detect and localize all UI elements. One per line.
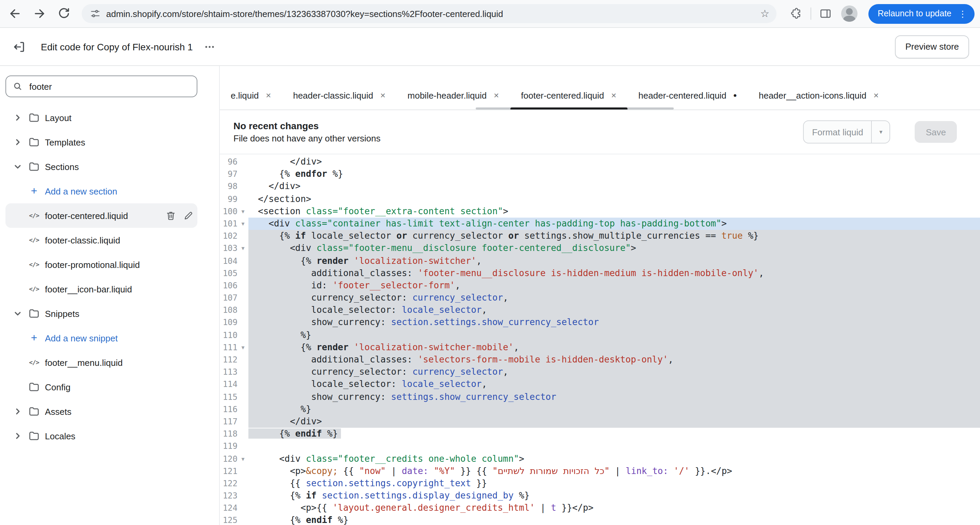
action-add-a-new-section[interactable]: +Add a new section [5,179,197,203]
code-line[interactable]: 102 {% if locale_selector or currency_se… [220,230,980,242]
code-line[interactable]: 107 currency_selector: currency_selector… [220,292,980,304]
code-line[interactable]: 118 {% endif %} [220,428,980,440]
line-number[interactable]: 121 [220,465,237,477]
side-panel-icon[interactable] [819,8,831,20]
fold-icon[interactable]: ▾ [237,243,248,255]
line-number[interactable]: 112 [220,354,237,366]
delete-file-icon[interactable] [166,211,176,220]
folder-config[interactable]: Config [5,375,197,399]
folder-locales[interactable]: Locales [5,423,197,448]
tab-e-liquid[interactable]: e.liquid✕ [220,81,282,109]
code-line[interactable]: 98 </div> [220,181,980,193]
chevron-right-icon[interactable] [14,432,23,440]
browser-forward-button[interactable] [33,7,46,21]
folder-templates[interactable]: Templates [5,130,197,154]
line-number[interactable]: 111 [220,341,237,354]
file-search-input[interactable] [28,81,191,92]
code-editor[interactable]: 96 </div>97 {% endfor %}98 </div>99</sec… [220,154,980,525]
code-line[interactable]: 116 %} [220,403,980,416]
browser-reload-button[interactable] [57,7,71,21]
line-number[interactable]: 119 [220,440,237,452]
close-tab-icon[interactable]: ✕ [611,92,617,99]
code-line[interactable]: 99</section> [220,193,980,205]
code-line[interactable]: 109 show_currency: section.settings.show… [220,317,980,329]
relaunch-button[interactable]: Relaunch to update ⋮ [868,4,975,24]
chevron-right-icon[interactable] [14,138,23,146]
close-tab-icon[interactable]: ✕ [380,92,386,99]
line-number[interactable]: 113 [220,366,237,378]
browser-avatar[interactable] [841,5,857,22]
close-tab-icon[interactable]: ✕ [873,92,879,99]
line-number[interactable]: 118 [220,428,237,440]
action-add-a-new-snippet[interactable]: +Add a new snippet [5,326,197,350]
chevron-right-icon[interactable] [14,408,23,416]
line-number[interactable]: 122 [220,477,237,490]
line-number[interactable]: 120 [220,452,237,465]
code-line[interactable]: 104 {% render 'localization-switcher', [220,255,980,267]
line-number[interactable]: 107 [220,292,237,304]
line-number[interactable]: 123 [220,490,237,502]
code-line[interactable]: 123 {% if section.settings.display_desig… [220,490,980,502]
code-line[interactable]: 124 <p>{{ 'layout.general.designer_credi… [220,502,980,514]
code-line[interactable]: 101▾ <div class="container has-limit tex… [220,217,980,230]
line-number[interactable]: 116 [220,403,237,416]
line-number[interactable]: 124 [220,502,237,514]
line-number[interactable]: 97 [220,168,237,180]
code-line[interactable]: 125 {% endif %} [220,514,980,525]
code-line[interactable]: 117 </div> [220,416,980,428]
file-footer-classic-liquid[interactable]: </>footer-classic.liquid [5,228,197,252]
chevron-down-icon[interactable]: ▾ [872,128,890,135]
line-number[interactable]: 96 [220,156,237,168]
code-line[interactable]: 108 locale_selector: locale_selector, [220,305,980,317]
line-number[interactable]: 104 [220,255,237,267]
line-number[interactable]: 125 [220,514,237,525]
fold-icon[interactable]: ▾ [237,341,248,354]
tab-footer-centered-liquid[interactable]: footer-centered.liquid✕ [510,81,627,109]
folder-snippets[interactable]: Snippets [5,301,197,326]
more-options-button[interactable] [204,40,216,53]
folder-sections[interactable]: Sections [5,154,197,179]
fold-icon[interactable]: ▾ [237,452,248,465]
code-line[interactable]: 112 additional_classes: 'selectors-form-… [220,354,980,366]
save-button[interactable]: Save [915,121,957,143]
bookmark-star-icon[interactable]: ☆ [753,8,769,20]
code-line[interactable]: 105 additional_classes: 'footer-menu__di… [220,267,980,279]
file-search-box[interactable] [5,76,197,97]
line-number[interactable]: 103 [220,243,237,255]
exit-editor-button[interactable] [12,40,26,53]
folder-assets[interactable]: Assets [5,399,197,423]
omnibox[interactable]: admin.shopify.com/store/shtaim-store/the… [82,4,776,23]
line-number[interactable]: 110 [220,329,237,341]
file-footer-menu-liquid[interactable]: </>footer__menu.liquid [5,350,197,375]
code-line[interactable]: 106 id: 'footer__selector-form', [220,279,980,292]
code-line[interactable]: 97 {% endfor %} [220,168,980,180]
format-liquid-button[interactable]: Format liquid ▾ [803,121,890,143]
rename-file-icon[interactable] [184,211,193,220]
line-number[interactable]: 109 [220,317,237,329]
line-number[interactable]: 108 [220,305,237,317]
code-line[interactable]: 96 </div> [220,156,980,168]
code-line[interactable]: 115 show_currency: settings.show_currenc… [220,391,980,403]
chevron-down-icon[interactable] [14,309,23,317]
browser-menu-icon[interactable]: ⋮ [958,8,967,19]
extensions-icon[interactable] [790,8,802,20]
code-line[interactable]: 103▾ <div class="footer-menu__disclosure… [220,243,980,255]
close-tab-icon[interactable]: ✕ [266,92,271,99]
line-number[interactable]: 98 [220,181,237,193]
line-number[interactable]: 101 [220,217,237,230]
line-number[interactable]: 102 [220,230,237,242]
code-line[interactable]: 113 currency_selector: currency_selector… [220,366,980,378]
code-line[interactable]: 110 %} [220,329,980,341]
line-number[interactable]: 106 [220,279,237,292]
code-line[interactable]: 120▾ <div class="footer__credits one-who… [220,452,980,465]
chevron-down-icon[interactable] [14,163,23,171]
code-line[interactable]: 119 [220,440,980,452]
close-tab-icon[interactable]: ✕ [493,92,499,99]
tab-header-centered-liquid[interactable]: header-centered.liquid● [627,81,748,109]
file-footer-centered-liquid[interactable]: </>footer-centered.liquid [5,203,197,228]
line-number[interactable]: 114 [220,379,237,391]
chevron-right-icon[interactable] [14,114,23,122]
file-footer-promotional-liquid[interactable]: </>footer-promotional.liquid [5,252,197,277]
tab-header-action-icons-liquid[interactable]: header__action-icons.liquid✕ [748,81,890,109]
file-footer-icon-bar-liquid[interactable]: </>footer__icon-bar.liquid [5,277,197,301]
